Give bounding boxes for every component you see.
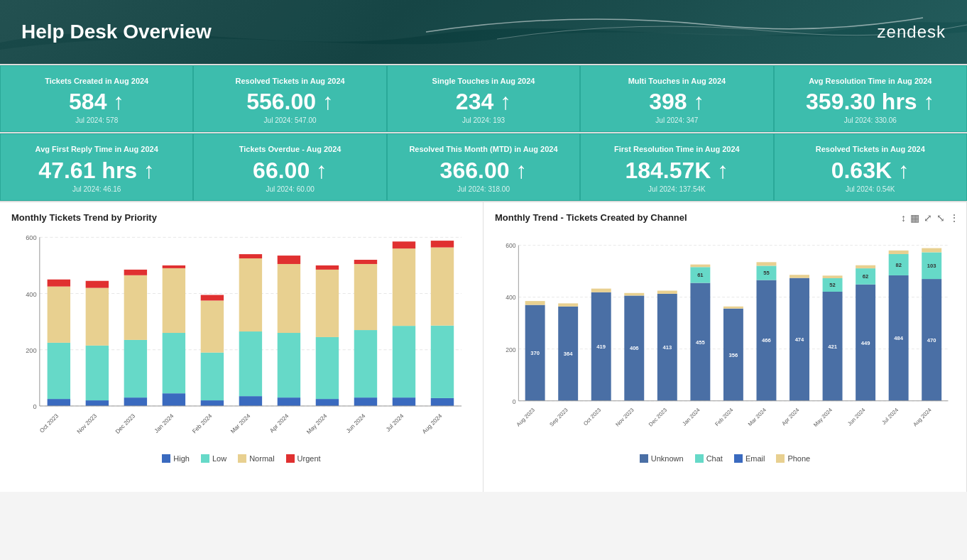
svg-text:484: 484 bbox=[894, 335, 903, 341]
kpi-prev: Jul 2024: 347 bbox=[592, 116, 761, 124]
svg-text:Feb 2024: Feb 2024 bbox=[191, 412, 213, 434]
svg-rect-43 bbox=[316, 399, 339, 406]
legend-color bbox=[286, 454, 295, 463]
svg-text:421: 421 bbox=[828, 343, 837, 349]
legend-item: Normal bbox=[238, 454, 274, 463]
svg-text:Nov 2023: Nov 2023 bbox=[614, 407, 635, 427]
kpi-value: 584 bbox=[12, 89, 181, 115]
legend-color bbox=[776, 454, 785, 463]
kpi-label: Multi Touches in Aug 2024 bbox=[592, 76, 761, 86]
svg-text:Apr 2024: Apr 2024 bbox=[780, 406, 801, 427]
charts-row: Monthly Tickets Trend by Priority 020040… bbox=[0, 201, 967, 492]
svg-rect-29 bbox=[201, 352, 224, 400]
kpi-card: Avg First Reply Time in Aug 2024 47.61 h… bbox=[0, 133, 193, 200]
chart-actions[interactable]: ↕ ▦ ⤢ ⤡ ⋮ bbox=[901, 212, 959, 224]
svg-text:Jan 2024: Jan 2024 bbox=[153, 412, 175, 434]
kpi-value: 366.00 bbox=[399, 158, 568, 184]
expand-icon[interactable]: ⤡ bbox=[936, 212, 945, 224]
svg-text:103: 103 bbox=[927, 263, 936, 269]
svg-text:Sep 2023: Sep 2023 bbox=[548, 407, 569, 427]
svg-text:May 2024: May 2024 bbox=[812, 406, 834, 428]
svg-text:474: 474 bbox=[795, 336, 804, 343]
kpi-card: Single Touches in Aug 2024 234 Jul 2024:… bbox=[387, 65, 580, 132]
svg-rect-23 bbox=[163, 393, 185, 406]
svg-rect-20 bbox=[124, 275, 147, 339]
svg-rect-18 bbox=[124, 397, 147, 406]
svg-text:370: 370 bbox=[530, 350, 540, 356]
svg-text:82: 82 bbox=[895, 261, 901, 268]
legend-item: Chat bbox=[695, 454, 723, 463]
kpi-row-1: Tickets Created in Aug 2024 584 Jul 2024… bbox=[0, 64, 967, 132]
svg-text:Aug 2024: Aug 2024 bbox=[912, 406, 933, 427]
chart-channel-title: Monthly Trend - Tickets Created by Chann… bbox=[495, 212, 955, 223]
chart-priority-legend: HighLowNormalUrgent bbox=[11, 454, 471, 463]
svg-rect-129 bbox=[889, 250, 909, 253]
kpi-card: First Resolution Time in Aug 2024 184.57… bbox=[580, 133, 773, 200]
svg-rect-26 bbox=[163, 265, 185, 268]
kpi-value: 0.63K bbox=[786, 158, 955, 184]
svg-text:Mar 2024: Mar 2024 bbox=[747, 406, 768, 427]
svg-text:455: 455 bbox=[696, 339, 705, 345]
kpi-label: Tickets Overdue - Aug 2024 bbox=[205, 144, 374, 154]
kpi-value: 234 bbox=[399, 89, 568, 115]
kpi-prev: Jul 2024: 0.54K bbox=[786, 185, 955, 193]
legend-color bbox=[640, 454, 648, 463]
svg-rect-97 bbox=[690, 264, 710, 267]
chart-channel-svg: 0200400600370Aug 2023364Sep 2023419Oct 2… bbox=[495, 230, 955, 450]
svg-rect-91 bbox=[657, 290, 677, 293]
svg-rect-41 bbox=[278, 256, 300, 264]
svg-text:Jul 2024: Jul 2024 bbox=[880, 406, 900, 425]
svg-rect-55 bbox=[393, 248, 415, 326]
svg-text:Oct 2023: Oct 2023 bbox=[582, 407, 602, 427]
svg-rect-51 bbox=[354, 260, 377, 264]
chart-priority-title: Monthly Tickets Trend by Priority bbox=[11, 212, 471, 223]
svg-text:55: 55 bbox=[763, 270, 770, 276]
svg-rect-14 bbox=[86, 345, 109, 400]
svg-text:Jan 2024: Jan 2024 bbox=[681, 406, 701, 427]
svg-text:200: 200 bbox=[26, 347, 37, 354]
svg-rect-49 bbox=[354, 330, 377, 397]
svg-rect-39 bbox=[278, 333, 300, 397]
legend-label: Normal bbox=[249, 454, 274, 463]
kpi-label: Single Touches in Aug 2024 bbox=[399, 76, 568, 86]
svg-rect-87 bbox=[624, 292, 644, 295]
legend-color bbox=[162, 454, 170, 463]
legend-color bbox=[695, 454, 704, 463]
svg-text:52: 52 bbox=[829, 282, 835, 288]
sort-icon[interactable]: ↕ bbox=[901, 212, 906, 224]
kpi-card: Tickets Overdue - Aug 2024 66.00 Jul 202… bbox=[193, 133, 386, 200]
legend-item: High bbox=[162, 454, 190, 463]
chart-channel: Monthly Trend - Tickets Created by Chann… bbox=[484, 202, 967, 492]
svg-rect-44 bbox=[316, 337, 339, 399]
svg-rect-36 bbox=[239, 254, 262, 258]
svg-text:Aug 2023: Aug 2023 bbox=[515, 407, 536, 427]
legend-item: Phone bbox=[776, 454, 810, 463]
svg-rect-60 bbox=[431, 247, 454, 325]
svg-text:May 2024: May 2024 bbox=[305, 412, 328, 435]
svg-rect-83 bbox=[591, 288, 611, 292]
kpi-value: 398 bbox=[592, 89, 761, 115]
kpi-prev: Jul 2024: 330.06 bbox=[786, 116, 955, 124]
kpi-card: Avg Resolution Time in Aug 2024 359.30 h… bbox=[774, 65, 967, 132]
svg-text:0: 0 bbox=[513, 397, 516, 405]
chart-type-icon[interactable]: ▦ bbox=[910, 212, 919, 224]
svg-rect-19 bbox=[124, 340, 147, 397]
chart-priority: Monthly Tickets Trend by Priority 020040… bbox=[0, 202, 484, 492]
svg-text:Feb 2024: Feb 2024 bbox=[714, 406, 735, 427]
svg-text:200: 200 bbox=[506, 346, 516, 353]
svg-rect-31 bbox=[201, 295, 224, 300]
svg-rect-28 bbox=[201, 400, 224, 406]
legend-label: Low bbox=[212, 454, 226, 463]
kpi-label: Avg First Reply Time in Aug 2024 bbox=[12, 144, 181, 154]
legend-item: Unknown bbox=[640, 454, 684, 463]
svg-text:Apr 2024: Apr 2024 bbox=[268, 412, 290, 434]
legend-color bbox=[201, 454, 209, 463]
svg-rect-75 bbox=[525, 301, 545, 304]
more-icon[interactable]: ⋮ bbox=[949, 212, 959, 224]
kpi-card: Multi Touches in Aug 2024 398 Jul 2024: … bbox=[580, 65, 773, 132]
export-icon[interactable]: ⤢ bbox=[924, 212, 932, 224]
kpi-value: 47.61 hrs bbox=[12, 158, 181, 184]
bar-chart-priority: 0200400600Oct 2023Nov 2023Dec 2023Jan 20… bbox=[11, 230, 471, 450]
kpi-label: Tickets Created in Aug 2024 bbox=[12, 76, 181, 86]
legend-item: Email bbox=[734, 454, 765, 463]
